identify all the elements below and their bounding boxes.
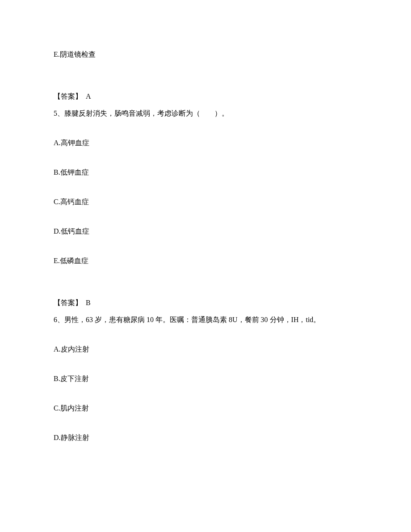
q4-option-e-text: E.阴道镜检查 <box>54 50 96 58</box>
answer4-value: A <box>86 92 91 100</box>
q5-option-b-text: B.低钾血症 <box>54 168 89 176</box>
q5-option-c-text: C.高钙血症 <box>54 198 89 205</box>
q6-option-c: C.肌内注射 <box>54 403 357 414</box>
q6-option-a: A.皮内注射 <box>54 344 357 355</box>
q6-option-d-text: D.静脉注射 <box>54 434 89 441</box>
question5-text: 5、膝腱反射消失，肠鸣音减弱，考虑诊断为（ ）。 <box>54 109 229 117</box>
question6-text: 6、男性，63 岁，患有糖尿病 10 年。医嘱：普通胰岛素 8U，餐前 30 分… <box>54 316 320 323</box>
answer5-label: 【答案】 <box>54 299 82 306</box>
q6-option-d: D.静脉注射 <box>54 432 357 443</box>
q5-option-a: A.高钾血症 <box>54 138 357 148</box>
q5-option-d: D.低钙血症 <box>54 226 357 237</box>
answer5-block: 【答案】 B <box>54 297 357 308</box>
q5-option-d-text: D.低钙血症 <box>54 227 89 235</box>
answer4-block: 【答案】 A <box>54 91 357 102</box>
question5: 5、膝腱反射消失，肠鸣音减弱，考虑诊断为（ ）。 <box>54 108 357 119</box>
q4-option-e: E.阴道镜检查 <box>54 49 357 60</box>
q5-option-e-text: E.低磷血症 <box>54 257 88 264</box>
q6-option-b-text: B.皮下注射 <box>54 375 89 382</box>
q5-option-e: E.低磷血症 <box>54 256 357 266</box>
q5-option-c: C.高钙血症 <box>54 197 357 207</box>
question6: 6、男性，63 岁，患有糖尿病 10 年。医嘱：普通胰岛素 8U，餐前 30 分… <box>54 314 357 325</box>
answer5-value: B <box>86 299 91 306</box>
q6-option-b: B.皮下注射 <box>54 373 357 384</box>
q5-option-a-text: A.高钾血症 <box>54 139 89 147</box>
answer4-label: 【答案】 <box>54 92 82 100</box>
q6-option-c-text: C.肌内注射 <box>54 404 89 412</box>
q6-option-a-text: A.皮内注射 <box>54 345 89 353</box>
q5-option-b: B.低钾血症 <box>54 167 357 178</box>
